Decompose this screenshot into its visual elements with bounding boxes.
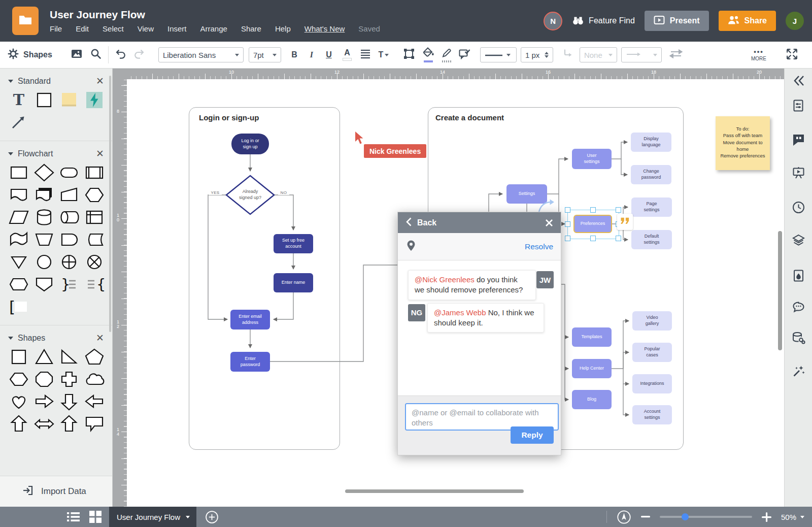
menu-item-view[interactable]: View xyxy=(138,24,154,33)
node-display-language[interactable]: Display language xyxy=(631,133,671,152)
zoom-out-icon[interactable] xyxy=(641,516,650,518)
shape-predefined-process-icon[interactable] xyxy=(84,163,105,182)
zoom-slider-knob[interactable] xyxy=(682,513,689,520)
shape-note-bracket-icon[interactable]: [ xyxy=(9,298,29,316)
swap-endpoints-button[interactable] xyxy=(669,47,683,63)
shape-arrow-left-icon[interactable] xyxy=(84,392,105,411)
shape-heart-icon[interactable] xyxy=(9,392,29,411)
shape-parallelogram-icon[interactable] xyxy=(9,208,29,226)
menu-item-what-s-new[interactable]: What's New xyxy=(304,24,345,33)
shape-or-junction-icon[interactable] xyxy=(84,253,105,271)
insert-image-button[interactable] xyxy=(70,47,84,63)
shape-pentagon-icon[interactable] xyxy=(84,348,105,366)
history-icon[interactable] xyxy=(792,201,805,214)
share-button[interactable]: Share xyxy=(719,11,776,31)
line-start-select[interactable]: None xyxy=(580,47,617,62)
layers-icon[interactable] xyxy=(792,234,805,247)
shape-process-icon[interactable] xyxy=(9,163,29,182)
collaborator-avatar[interactable]: N xyxy=(544,12,562,30)
magic-wand-icon[interactable] xyxy=(792,365,805,378)
shape-internal-storage-icon[interactable] xyxy=(84,208,105,226)
shape-decision-icon[interactable] xyxy=(34,163,54,182)
shape-terminator-icon[interactable] xyxy=(59,163,79,182)
text-options-button[interactable]: T xyxy=(377,47,391,63)
chat-icon[interactable] xyxy=(792,301,805,314)
line-style-select[interactable] xyxy=(480,47,517,62)
shape-brace-right-icon[interactable]: } xyxy=(59,275,79,293)
add-page-icon[interactable] xyxy=(205,510,219,524)
comment-badge[interactable] xyxy=(617,214,633,230)
shape-cloud-icon[interactable] xyxy=(84,370,105,388)
align-button[interactable] xyxy=(358,47,373,63)
canvas-horizontal-scrollbar[interactable] xyxy=(345,489,524,493)
pan-mode-icon[interactable] xyxy=(617,510,631,524)
shape-arrow-double-icon[interactable] xyxy=(34,415,54,433)
shape-text-t-icon[interactable]: T xyxy=(9,91,29,109)
italic-button[interactable]: I xyxy=(304,47,319,63)
node-name[interactable]: Enter name xyxy=(274,273,313,292)
more-button[interactable]: ••• MORE xyxy=(751,48,766,61)
container-login[interactable]: Login or sign-up xyxy=(189,107,340,450)
canvas-vertical-scrollbar[interactable] xyxy=(778,231,782,350)
shape-arrow-down-icon[interactable] xyxy=(59,392,79,411)
node-default-settings[interactable]: Default settings xyxy=(631,230,672,249)
shape-preparation-icon[interactable] xyxy=(84,186,105,204)
node-help-center[interactable]: Help Center xyxy=(572,359,612,378)
shape-stored-data-icon[interactable] xyxy=(84,230,105,249)
menu-item-help[interactable]: Help xyxy=(275,24,291,33)
fullscreen-button[interactable] xyxy=(785,47,799,63)
zoom-level-select[interactable]: 50% xyxy=(781,513,804,521)
document-settings-icon[interactable] xyxy=(792,99,805,113)
shape-arrow-up-icon[interactable] xyxy=(9,415,29,433)
shape-multi-document-icon[interactable] xyxy=(34,186,54,204)
shape-document-icon[interactable] xyxy=(9,186,29,204)
node-blog[interactable]: Blog xyxy=(572,390,612,409)
shape-manual-input-icon[interactable] xyxy=(59,186,79,204)
shape-line-arrow-icon[interactable] xyxy=(9,113,29,131)
undo-button[interactable] xyxy=(114,47,128,63)
menu-item-edit[interactable]: Edit xyxy=(76,24,89,33)
shape-manual-operation-icon[interactable] xyxy=(34,230,54,249)
import-data-button[interactable]: Import Data xyxy=(0,476,112,507)
shape-sticky-note-icon[interactable] xyxy=(59,91,79,109)
shape-database-icon[interactable] xyxy=(34,208,54,226)
user-avatar[interactable]: J xyxy=(786,12,804,30)
shape-octagon-icon[interactable] xyxy=(34,370,54,388)
shape-rectangle-icon[interactable] xyxy=(34,91,54,109)
feature-find-button[interactable]: Feature Find xyxy=(572,15,635,27)
line-width-stepper[interactable]: 1 px xyxy=(521,47,553,62)
reply-button[interactable]: Reply xyxy=(511,426,554,444)
font-color-button[interactable]: A xyxy=(340,47,354,63)
chevron-down-icon[interactable] xyxy=(8,80,13,83)
node-popular-cases[interactable]: Popular cases xyxy=(632,343,672,362)
shape-brace-left-icon[interactable]: { xyxy=(84,275,105,293)
shape-data-button[interactable] xyxy=(458,47,472,63)
selection-handle[interactable] xyxy=(616,236,621,241)
shape-lightning-tile-icon[interactable] xyxy=(84,91,105,109)
node-change-password[interactable]: Change password xyxy=(631,165,671,184)
menu-item-select[interactable]: Select xyxy=(103,24,124,33)
font-size-select[interactable]: 7pt xyxy=(249,47,281,62)
chevron-down-icon[interactable] xyxy=(8,152,13,155)
back-button[interactable]: Back xyxy=(406,217,436,228)
shape-triangle-icon[interactable] xyxy=(34,348,54,366)
underline-button[interactable]: U xyxy=(322,47,336,63)
list-view-icon[interactable] xyxy=(66,511,80,522)
close-section-icon[interactable]: ✕ xyxy=(96,333,104,343)
redo-button[interactable] xyxy=(132,47,146,63)
shape-paper-tape-icon[interactable] xyxy=(9,230,29,249)
data-linking-icon[interactable] xyxy=(792,331,805,345)
mention-link[interactable]: @Nick Greenlees xyxy=(415,275,475,284)
zoom-in-icon[interactable] xyxy=(762,512,771,522)
shape-delay-icon[interactable] xyxy=(59,230,79,249)
node-templates[interactable]: Templates xyxy=(572,327,612,347)
collapse-panel-icon[interactable] xyxy=(792,74,805,88)
present-button[interactable]: Present xyxy=(645,11,709,31)
location-pin-icon[interactable] xyxy=(407,240,416,254)
selection-handle[interactable] xyxy=(565,221,570,227)
grid-view-icon[interactable] xyxy=(89,511,101,523)
shape-off-page-connector-icon[interactable] xyxy=(34,275,54,293)
shape-display-icon[interactable] xyxy=(9,275,29,293)
node-password[interactable]: Enter password xyxy=(230,352,270,372)
selection-handle[interactable] xyxy=(590,236,596,241)
